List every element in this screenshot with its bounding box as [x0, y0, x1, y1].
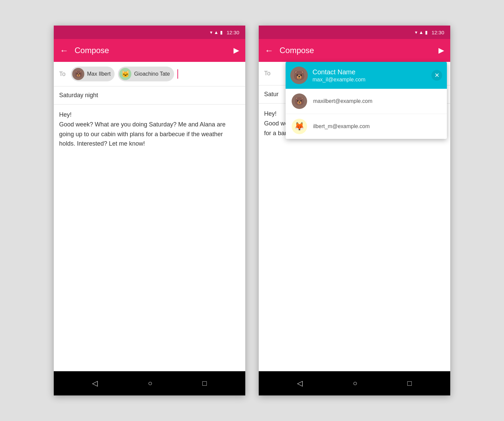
- back-button-1[interactable]: ←: [60, 45, 69, 56]
- recipient-chip-2[interactable]: 🐱 Gioachino Tate: [118, 67, 174, 81]
- recents-nav-2[interactable]: □: [407, 379, 412, 388]
- subject-partial-2: Satur: [264, 91, 279, 98]
- popup-header: 🐻 Contact Name max_il@example.com ✕: [286, 62, 447, 89]
- nav-bar-1: ◁ ○ □: [54, 371, 245, 395]
- subject-text-1: Saturday night: [59, 92, 98, 99]
- app-bar-title-1: Compose: [75, 46, 234, 55]
- cursor-1: [177, 69, 178, 79]
- battery-icon: ▮: [220, 30, 223, 35]
- app-bar-2: ← Compose ▶: [259, 39, 450, 62]
- contact-popup: 🐻 Contact Name max_il@example.com ✕ 🐻 ma…: [286, 62, 447, 139]
- back-nav-2[interactable]: ◁: [297, 379, 303, 388]
- body-field-2[interactable]: Hey!Good week? What are you doing Saturd…: [259, 104, 450, 371]
- to-field-1[interactable]: To 🐻 Max Ilbert 🐱 Gioachino Tate: [54, 62, 245, 86]
- popup-header-info: Contact Name max_il@example.com: [312, 68, 427, 83]
- popup-close-button[interactable]: ✕: [431, 70, 442, 81]
- battery-icon-2: ▮: [425, 30, 428, 35]
- popup-option-1[interactable]: 🐻 maxilbert@example.com: [286, 89, 447, 114]
- app-bar-title-2: Compose: [280, 46, 438, 55]
- status-time-2: 12:30: [431, 30, 444, 35]
- back-button-2[interactable]: ←: [265, 45, 274, 56]
- to-label-2: To: [264, 70, 270, 77]
- to-label-1: To: [59, 71, 66, 78]
- send-button-2[interactable]: ▶: [438, 46, 444, 55]
- status-bar-1: ▾ ▲ ▮ 12:30: [54, 26, 245, 39]
- recents-nav-1[interactable]: □: [202, 379, 207, 388]
- phone-1: ▾ ▲ ▮ 12:30 ← Compose ▶ To 🐻 Max Ilbert …: [54, 26, 245, 395]
- status-icons-2: ▾ ▲ ▮ 12:30: [415, 30, 444, 35]
- home-nav-1[interactable]: ○: [148, 379, 152, 388]
- chip-label-max: Max Ilbert: [87, 71, 111, 77]
- send-button-1[interactable]: ▶: [234, 46, 239, 55]
- avatar-gioachino: 🐱: [119, 68, 131, 80]
- popup-option-email-2: ilbert_m@example.com: [313, 123, 370, 129]
- popup-option-2[interactable]: 🦊 ilbert_m@example.com: [286, 114, 447, 139]
- popup-option-email-1: maxilbert@example.com: [313, 98, 372, 104]
- home-nav-2[interactable]: ○: [353, 379, 357, 388]
- popup-avatar-bear: 🐻: [290, 67, 308, 84]
- wifi-icon-2: ▾: [415, 30, 417, 35]
- status-time-1: 12:30: [226, 30, 239, 35]
- popup-option-avatar-2: 🦊: [292, 119, 307, 134]
- signal-icon-2: ▲: [419, 30, 424, 35]
- recipient-chip-1[interactable]: 🐻 Max Ilbert: [71, 67, 115, 81]
- app-bar-1: ← Compose ▶: [54, 39, 245, 62]
- back-nav-1[interactable]: ◁: [92, 379, 98, 388]
- nav-bar-2: ◁ ○ □: [259, 371, 450, 395]
- status-bar-2: ▾ ▲ ▮ 12:30: [259, 26, 450, 39]
- phone-2: ▾ ▲ ▮ 12:30 ← Compose ▶ To Satur Hey!Goo…: [259, 26, 450, 395]
- popup-option-avatar-1: 🐻: [292, 93, 307, 109]
- chip-label-gioachino: Gioachino Tate: [134, 71, 170, 77]
- body-field-1[interactable]: Hey!Good week? What are you doing Saturd…: [54, 105, 245, 371]
- avatar-max: 🐻: [72, 68, 84, 80]
- popup-contact-name: Contact Name: [312, 68, 427, 76]
- popup-contact-email: max_il@example.com: [312, 77, 427, 83]
- subject-field-1[interactable]: Saturday night: [54, 86, 245, 105]
- signal-icon: ▲: [214, 30, 219, 35]
- wifi-icon: ▾: [210, 30, 212, 35]
- status-icons-1: ▾ ▲ ▮ 12:30: [210, 30, 239, 35]
- body-text-1: Hey!Good week? What are you doing Saturd…: [59, 110, 240, 149]
